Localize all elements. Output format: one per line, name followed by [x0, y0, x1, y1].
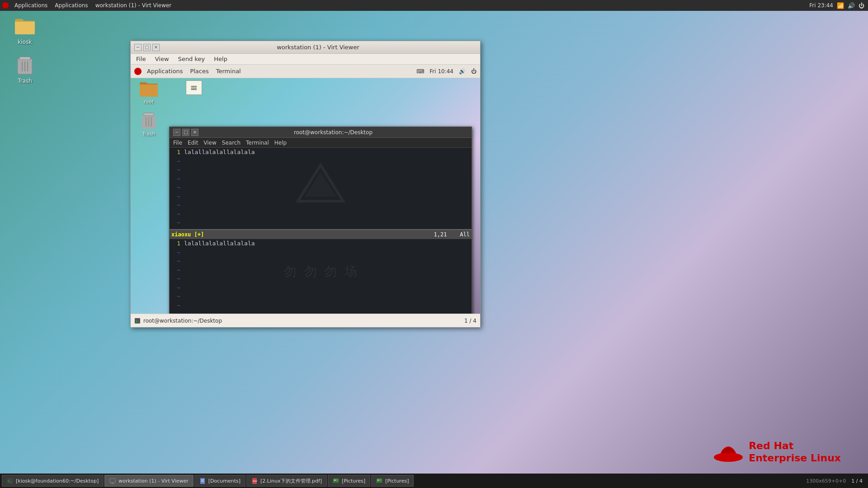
terminal-edit-menu[interactable]: Edit: [188, 140, 198, 146]
guest-desktop: root Trash ≡: [131, 78, 480, 314]
terminal-window-controls: ─ □ ✕: [173, 129, 198, 136]
virt-viewer-close-btn[interactable]: ✕: [152, 44, 160, 51]
host-kiosk-icon[interactable]: kiosk: [9, 15, 41, 45]
bottom-taskbar: >_ [kiosk@foundation60:~/Desktop] workst…: [0, 474, 868, 488]
taskbar-documents-item[interactable]: [Documents]: [194, 475, 245, 487]
vim-lower-line-number: 1: [171, 239, 180, 248]
note-image: ≡: [186, 80, 202, 95]
host-applications-menu[interactable]: Applications: [12, 2, 50, 9]
vim-lower-tilde-8: ~: [171, 301, 470, 310]
vim-tilde: ~: [171, 174, 180, 183]
vim-tilde: ~: [171, 210, 180, 219]
taskbar-terminal-icon-1: >_: [7, 478, 13, 484]
vim-tilde: ~: [171, 283, 180, 292]
terminal-terminal-menu[interactable]: Terminal: [246, 140, 269, 146]
redhat-text-line2: Enterprise Linux: [749, 452, 841, 464]
taskbar-pictures2-item[interactable]: [Pictures]: [371, 475, 414, 487]
top-taskbar: Applications Applications workstation (1…: [0, 0, 868, 11]
vim-lower-tilde-5: ~: [171, 274, 470, 283]
redhat-logo: Red Hat Enterprise Linux: [712, 438, 841, 465]
guest-note-icon[interactable]: ≡: [183, 80, 205, 101]
taskbar-image-icon-1: [333, 478, 339, 484]
virt-viewer-view-menu[interactable]: View: [153, 55, 171, 63]
guest-clock: Fri 10:44: [429, 68, 453, 75]
guest-sound-icon: 🔊: [459, 68, 466, 75]
vim-tilde: ~: [171, 292, 180, 301]
vim-tilde: ~: [171, 266, 180, 275]
taskbar-right: 1300x659+0+0 1 / 4: [806, 478, 866, 484]
svg-text:>_: >_: [8, 479, 12, 483]
taskbar-foundation-label: [kiosk@foundation60:~/Desktop]: [16, 478, 99, 484]
top-taskbar-left: Applications Applications workstation (1…: [0, 2, 174, 9]
trash-image: [14, 54, 36, 76]
virt-viewer-help-menu[interactable]: Help: [212, 55, 229, 63]
host-desktop-icons: kiosk Trash: [9, 15, 41, 84]
taskbar-page-indicator: 1 / 4: [848, 478, 866, 484]
guest-trash-icon[interactable]: Trash: [135, 112, 162, 137]
svg-rect-20: [110, 479, 115, 483]
virt-viewer-minimize-btn[interactable]: ─: [134, 44, 142, 51]
vim-lower-tilde-3: ~: [171, 257, 470, 266]
taskbar-linux-pdf-item[interactable]: PDF [2.Linux下的文件管理.pdf]: [246, 475, 327, 487]
guest-power-icon: ⏻: [471, 68, 476, 75]
vim-tilde: ~: [171, 183, 180, 192]
host-places-menu[interactable]: Applications: [52, 2, 90, 9]
vim-upper-tilde-9: ~: [171, 218, 470, 227]
vim-lower-tilde-7: ~: [171, 292, 470, 301]
guest-terminal-menu[interactable]: Terminal: [214, 67, 243, 75]
vim-lower-tilde-6: ~: [171, 283, 470, 292]
terminal-help-menu[interactable]: Help: [274, 140, 287, 146]
host-window-title: workstation (1) - Virt Viewer: [93, 2, 175, 9]
vim-lower-line-content: lalallalalallalalala: [184, 239, 255, 248]
guest-input-icon: ⌨: [416, 68, 424, 75]
virt-viewer-maximize-btn[interactable]: □: [143, 44, 151, 51]
taskbar-pictures2-label: [Pictures]: [385, 478, 409, 484]
virt-viewer-sendkey-menu[interactable]: Send key: [176, 55, 207, 63]
guest-toolbar-right: ⌨ Fri 10:44 🔊 ⏻: [416, 68, 476, 75]
svg-rect-8: [144, 113, 154, 116]
vim-upper-tilde-5: ~: [171, 183, 470, 192]
guest-places-menu[interactable]: Places: [188, 67, 210, 75]
vim-tilde: ~: [171, 227, 180, 230]
vim-upper-tilde-2: ~: [171, 157, 470, 166]
network-icon: 📶: [837, 2, 844, 9]
vim-tilde: ~: [171, 192, 180, 201]
power-icon: ⏻: [859, 2, 864, 9]
terminal-icon: >_: [134, 318, 141, 324]
taskbar-foundation-item[interactable]: >_ [kiosk@foundation60:~/Desktop]: [2, 475, 104, 487]
guest-root-icon[interactable]: root: [135, 80, 162, 105]
desktop: Applications Applications workstation (1…: [0, 0, 868, 488]
vim-lower-pane: 1 lalallalalallalalala ~ ~ ~ ~ ~ ~ ~ 勿 勿…: [170, 239, 472, 314]
vim-upper-pane: 1 lalallalalallalalala ~ ~ ~ ~ ~ ~ ~ ~ ~: [170, 148, 472, 230]
terminal-search-menu[interactable]: Search: [222, 140, 241, 146]
taskbar-pictures1-label: [Pictures]: [342, 478, 365, 484]
terminal-maximize-btn[interactable]: □: [182, 129, 189, 136]
virt-viewer-window: ─ □ ✕ workstation (1) - Virt Viewer File…: [130, 41, 481, 328]
guest-desktop-icons: root Trash: [135, 80, 162, 137]
top-taskbar-right: Fri 23:44 📶 🔊 ⏻: [809, 2, 868, 9]
terminal-close-btn[interactable]: ✕: [191, 129, 198, 136]
apps-icon: [2, 2, 9, 9]
virt-viewer-bottom-terminal: >_ root@workstation:~/Desktop: [134, 318, 222, 324]
vim-upper-tilde-4: ~: [171, 174, 470, 183]
taskbar-virt-viewer-item[interactable]: workstation (1) - Virt Viewer: [104, 475, 193, 487]
vim-upper-filename: xiaoxu [+]: [171, 231, 204, 238]
virt-viewer-menubar: File View Send key Help: [131, 54, 480, 65]
terminal-view-menu[interactable]: View: [203, 140, 216, 146]
guest-toolbar: Applications Places Terminal ⌨ Fri 10:44…: [131, 65, 480, 78]
taskbar-pictures1-item[interactable]: [Pictures]: [328, 475, 370, 487]
guest-applications-menu[interactable]: Applications: [145, 67, 184, 75]
taskbar-doc-icon-1: [199, 478, 206, 484]
virt-viewer-file-menu[interactable]: File: [134, 55, 148, 63]
vim-tilde: ~: [171, 301, 180, 310]
virt-viewer-window-title: workstation (1) - Virt Viewer: [160, 44, 476, 51]
terminal-file-menu[interactable]: File: [173, 140, 182, 146]
svg-text:>_: >_: [136, 319, 140, 324]
vim-tilde: ~: [171, 157, 180, 166]
terminal-minimize-btn[interactable]: ─: [173, 129, 180, 136]
vim-lower-line-1: 1 lalallalalallalalala: [171, 239, 470, 248]
terminal-window: ─ □ ✕ root@workstation:~/Desktop File Ed…: [169, 127, 472, 314]
vim-upper-line-1: 1 lalallalalallalalala: [171, 148, 470, 157]
host-trash-icon[interactable]: Trash: [9, 54, 41, 84]
taskbar-documents-label: [Documents]: [208, 478, 241, 484]
